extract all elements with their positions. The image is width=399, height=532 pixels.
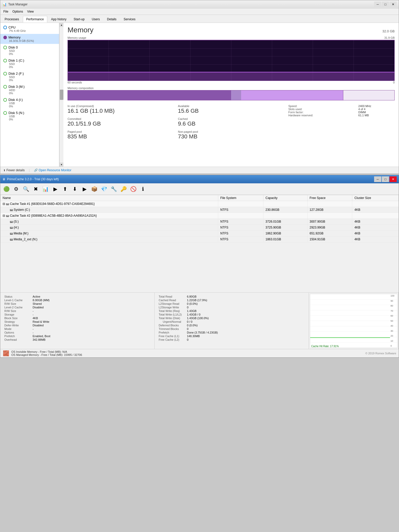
- fewer-details-btn[interactable]: ⬆ Fewer details: [3, 168, 25, 172]
- defer-write-row: Defer-Write Disabled: [3, 324, 151, 327]
- speed-value: 2400 MHz: [358, 104, 395, 108]
- prefetch-done-value: Done (3.75GB / 4.23GB): [186, 331, 306, 334]
- open-resource-monitor-btn[interactable]: 🔗 Open Resource Monitor: [34, 168, 71, 172]
- scroll-thumb[interactable]: [60, 90, 63, 100]
- s-drive-cluster: 4KB: [352, 219, 399, 225]
- total-write-req-row: Total Write (Req) 1.43GB: [158, 309, 306, 313]
- rw-size2-row: R/W Size -: [3, 309, 151, 313]
- trimmed-label: Trimmed Blocks: [158, 327, 186, 331]
- table-row[interactable]: 🖴 (S:) NTFS 3726.01GB 3007.90GB 4KB: [1, 219, 399, 225]
- hw-reserved-value: 61.1 MB: [358, 114, 395, 117]
- table-row[interactable]: 🖴 System (C:) NTFS 230.86GB 127.28GB 4KB: [1, 207, 399, 213]
- memory-composition-section: Memory composition: [68, 87, 395, 100]
- menu-options[interactable]: Options: [10, 9, 25, 14]
- chart-time-row: 60 seconds 0: [68, 81, 395, 84]
- toolbar-btn-key[interactable]: 🔑: [119, 184, 128, 194]
- available-label: Available: [178, 104, 284, 108]
- primo-maximize-btn[interactable]: □: [382, 176, 389, 182]
- tab-services[interactable]: Services: [120, 16, 139, 23]
- sidebar-item-disk4-name: Disk 4 (I:): [3, 98, 56, 102]
- table-row[interactable]: 🖴 (H:) NTFS 3725.90GB 2923.99GB 4KB: [1, 225, 399, 231]
- toolbar-btn-gem[interactable]: 💎: [99, 184, 109, 194]
- toolbar-btn-down[interactable]: ⬇: [70, 184, 79, 194]
- toolbar-btn-up[interactable]: ⬆: [60, 184, 70, 194]
- footer-separator: |: [29, 168, 30, 172]
- toolbar-btn-play2[interactable]: ▶: [80, 184, 89, 194]
- free-cache-l1-label: Free Cache (L1): [158, 334, 186, 338]
- table-row[interactable]: 🖴 Media_2_ext (N:) NTFS 1863.01GB 1504.9…: [1, 236, 399, 242]
- sidebar-item-disk1[interactable]: Disk 1 (C:) SSD 0%: [0, 57, 59, 70]
- l2storage-read-row: L2Storage Read 0 (0.0%): [158, 302, 306, 306]
- toolbar-btn-play[interactable]: ▶: [51, 184, 60, 194]
- col-name: Name: [1, 195, 218, 201]
- toolbar-btn-settings[interactable]: ⚙: [12, 184, 21, 194]
- disk5-status-icon: [3, 111, 7, 115]
- media2-n-capacity: 1863.01GB: [263, 236, 308, 242]
- maximize-button[interactable]: □: [382, 2, 389, 7]
- memory-status-icon: [3, 36, 7, 39]
- disk0-label: Disk 0: [8, 45, 18, 49]
- minimize-button[interactable]: ─: [374, 2, 381, 7]
- h-drive-name: 🖴 (H:): [1, 225, 218, 231]
- tab-app-history[interactable]: App history: [48, 16, 70, 23]
- status-value: Active: [32, 295, 151, 298]
- disk5-label: Disk 5 (N:): [8, 111, 24, 115]
- disk0-detail2: 0%: [3, 52, 56, 55]
- table-row[interactable]: ⊟ 🖴 Cache Task #2 {00898EA1-AC5B-4BE2-89…: [1, 213, 399, 219]
- menu-view[interactable]: View: [25, 9, 36, 14]
- y-70: 70: [391, 310, 397, 312]
- hit-rate-label: Cache Hit Rate: 17.91%: [311, 345, 339, 348]
- y-100: 100: [391, 294, 397, 297]
- toolbar-btn-find[interactable]: 🔍: [21, 184, 31, 194]
- comp-modified: [231, 90, 241, 100]
- form-value: DIMM: [358, 111, 395, 114]
- primo-body: Name File System Capacity Free Space Clu…: [0, 195, 399, 292]
- tab-users[interactable]: Users: [88, 16, 103, 23]
- tab-details[interactable]: Details: [104, 16, 120, 23]
- sidebar-item-disk4[interactable]: Disk 4 (I:) USB 0%: [0, 96, 59, 109]
- total-write-req-label: Total Write (Req): [158, 309, 186, 313]
- sidebar-item-memory[interactable]: Memory 16.3/31.9 GB (51%): [0, 34, 59, 44]
- resource-monitor-icon: 🔗: [34, 168, 38, 172]
- toolbar-btn-tools[interactable]: 🔧: [109, 184, 118, 194]
- scroll-down-arrow[interactable]: ▼: [60, 163, 64, 167]
- sidebar-item-disk2[interactable]: Disk 2 (F:) SSD 0%: [0, 70, 59, 83]
- primo-minimize-btn[interactable]: ─: [374, 176, 381, 182]
- free-cache-l1-row: Free Cache (L1) 148.30MB: [158, 334, 306, 338]
- tab-startup[interactable]: Start-up: [70, 16, 88, 23]
- toolbar-btn-info[interactable]: ℹ: [138, 184, 148, 194]
- sidebar-scrollbar[interactable]: ▲ ▼: [59, 23, 63, 167]
- disk3-detail1: HDD: [3, 89, 56, 92]
- perf-title-row: Memory 32.0 GB: [68, 26, 395, 34]
- menu-file[interactable]: File: [1, 9, 10, 14]
- scroll-up-arrow[interactable]: ▲: [60, 23, 64, 27]
- form-row: Form factor: DIMM: [288, 111, 395, 114]
- stats-col3: Speed: 2400 MHz Slots used: 4 of 4 Form …: [288, 104, 395, 140]
- toolbar-btn-delete[interactable]: ✖: [31, 184, 40, 194]
- sidebar-item-disk5-name: Disk 5 (N:): [3, 111, 56, 115]
- table-row[interactable]: 🖴 Media (M:) NTFS 1862.90GB 651.92GB 4KB: [1, 231, 399, 236]
- sidebar-item-disk0[interactable]: Disk 0 SSD 0%: [0, 44, 59, 57]
- tab-performance[interactable]: Performance: [23, 16, 47, 23]
- disk2-detail2: 0%: [3, 79, 56, 82]
- sidebar-item-disk3[interactable]: Disk 3 (M:) HDD 0%: [0, 83, 59, 96]
- table-row[interactable]: ⊟ 🖴 Cache Task #1 {683E6194-568D-4D51-97…: [1, 201, 399, 207]
- toolbar-btn-stats[interactable]: 📊: [41, 184, 50, 194]
- task1-name: ⊟ 🖴 Cache Task #1 {683E6194-568D-4D51-97…: [1, 201, 218, 207]
- media-m-fs: NTFS: [218, 231, 263, 236]
- primo-close-btn[interactable]: ✕: [390, 176, 397, 182]
- sidebar-item-disk5[interactable]: Disk 5 (N:) USB 0%: [0, 109, 59, 122]
- sidebar-item-cpu[interactable]: CPU 7% 4.49 GHz: [0, 24, 59, 34]
- s-drive-capacity: 3726.01GB: [263, 219, 308, 225]
- tab-processes[interactable]: Processes: [1, 16, 22, 23]
- media2-n-cluster: 4KB: [352, 236, 399, 242]
- toolbar-btn-add[interactable]: 🟢: [2, 184, 11, 194]
- open-resource-monitor-link[interactable]: Open Resource Monitor: [39, 168, 71, 172]
- h-drive-free: 2923.99GB: [307, 225, 352, 231]
- toolbar-btn-block[interactable]: 🚫: [129, 184, 138, 194]
- drive-icon-1: 🖴: [10, 208, 13, 212]
- toolbar-btn-package[interactable]: 📦: [90, 184, 99, 194]
- cache-task-table: Name File System Capacity Free Space Clu…: [0, 195, 399, 242]
- close-button[interactable]: ✕: [390, 2, 397, 7]
- memory-label: Memory: [8, 35, 21, 39]
